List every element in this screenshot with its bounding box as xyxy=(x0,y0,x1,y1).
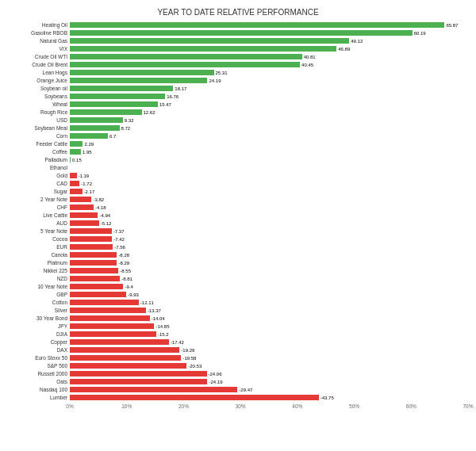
bar-fill: -19.29 xyxy=(70,347,179,353)
bar-area: 40.45 xyxy=(70,61,468,68)
bar-row: AUD-5.12 xyxy=(8,220,468,227)
bar-fill: -7.37 xyxy=(70,228,112,234)
bar-label: Lumber xyxy=(8,395,70,400)
bar-fill: -1.19 xyxy=(70,173,77,178)
bar-fill: 60.19 xyxy=(70,30,413,36)
bar-label: DAX xyxy=(8,347,70,353)
bar-row: CHF-4.18 xyxy=(8,204,468,211)
bar-label: DJIA xyxy=(8,331,70,337)
axis-ticks: 0%10%20%30%40%50%60%70% xyxy=(70,403,468,413)
bar-value: -13.37 xyxy=(148,308,161,313)
bar-value: 18.17 xyxy=(175,86,186,91)
bar-fill: -5.12 xyxy=(70,220,99,226)
bar-value: 6.7 xyxy=(109,134,116,139)
bar-value: 65.87 xyxy=(446,23,458,28)
bar-value: 49.12 xyxy=(351,39,363,44)
bar-label: 10 Year Note xyxy=(8,284,70,289)
bar-area: -1.72 xyxy=(70,180,468,187)
bar-value: -7.37 xyxy=(113,229,125,234)
bar-row: Orange Juice24.19 xyxy=(8,77,468,84)
bar-row: JPY-14.85 xyxy=(8,323,468,330)
bar-fill: 18.17 xyxy=(70,86,173,91)
bar-label: Nikkei 225 xyxy=(8,268,70,273)
bar-value: -14.85 xyxy=(155,324,169,329)
bar-label: Gold xyxy=(8,173,70,178)
bar-label: Russell 2000 xyxy=(8,371,70,376)
bar-area: -19.29 xyxy=(70,346,468,354)
bar-fill: 40.45 xyxy=(70,62,300,67)
bar-area: 24.19 xyxy=(70,77,468,84)
bar-value: -8.28 xyxy=(118,253,129,258)
bar-label: Ethanol xyxy=(8,165,70,170)
bar-value: -2.17 xyxy=(84,189,95,194)
bar-row: USD9.32 xyxy=(8,117,468,124)
bar-value: 40.81 xyxy=(304,55,316,59)
bar-fill: -14.85 xyxy=(70,323,154,329)
bar-area: 2.29 xyxy=(70,140,468,147)
bar-area: -7.56 xyxy=(70,243,468,250)
bar-area: -8.55 xyxy=(70,267,468,274)
bar-label: Platinum xyxy=(8,260,70,266)
bar-area: -8.29 xyxy=(70,259,468,266)
bar-fill: -13.37 xyxy=(70,308,146,313)
bar-fill: -8.29 xyxy=(70,260,117,266)
bar-area: -2.17 xyxy=(70,188,468,195)
bar-area: -8.28 xyxy=(70,251,468,258)
bar-label: Feeder Cattle xyxy=(8,141,70,147)
bar-label: 30 Year Bond xyxy=(8,315,70,321)
bar-value: -7.42 xyxy=(113,237,125,242)
bar-value: -17.42 xyxy=(171,340,184,345)
bar-row: Nasdaq 100-29.47 xyxy=(8,386,468,393)
bar-row: Natural Gas49.12 xyxy=(8,37,468,44)
bar-area: 12.62 xyxy=(70,109,468,116)
bar-fill: 15.47 xyxy=(70,101,158,107)
bar-area: 0.15 xyxy=(70,156,468,163)
bar-area: -20.53 xyxy=(70,362,468,369)
bar-row: Gold-1.19 xyxy=(8,172,468,179)
bar-row: GBP-9.93 xyxy=(8,291,468,298)
bar-row: Feeder Cattle2.29 xyxy=(8,140,468,147)
bar-label: Gasoline RBOB xyxy=(8,30,70,36)
bar-fill: 25.31 xyxy=(70,70,214,75)
bar-value: -4.18 xyxy=(95,205,106,210)
bar-fill: 24.19 xyxy=(70,78,207,83)
bar-area: 16.76 xyxy=(70,93,468,100)
bar-value: 16.76 xyxy=(167,94,178,99)
axis-tick: 40% xyxy=(292,403,302,409)
bar-row: Cocoa-7.42 xyxy=(8,235,468,243)
bar-row: Lean Hogs25.31 xyxy=(8,69,468,76)
bar-label: 2 Year Note xyxy=(8,197,70,202)
bar-label: Canola xyxy=(8,252,70,258)
bar-area: -8.81 xyxy=(70,275,468,282)
bar-fill: 6.7 xyxy=(70,133,108,139)
bar-row: S&P 500-20.53 xyxy=(8,362,468,369)
bar-fill: -19.58 xyxy=(70,355,181,361)
bar-area: -17.42 xyxy=(70,338,468,346)
bar-fill: -24.06 xyxy=(70,371,207,376)
bar-fill: -7.56 xyxy=(70,244,113,250)
bar-row: Euro Stoxx 50-19.58 xyxy=(8,354,468,361)
bar-fill: -14.04 xyxy=(70,315,150,321)
bar-label: Sugar xyxy=(8,189,70,194)
bar-area: -3.82 xyxy=(70,196,468,203)
bar-label: Euro Stoxx 50 xyxy=(8,355,70,361)
axis-tick: 60% xyxy=(406,403,416,409)
bar-row: 5 Year Note-7.37 xyxy=(8,227,468,235)
bar-row: VIX46.89 xyxy=(8,45,468,52)
bar-area: 65.87 xyxy=(70,21,468,29)
bar-row: Wheat15.47 xyxy=(8,101,468,108)
bar-row: Gasoline RBOB60.19 xyxy=(8,29,468,36)
bar-area: -12.11 xyxy=(70,299,468,306)
bar-label: CAD xyxy=(8,181,70,186)
bar-value: -19.58 xyxy=(182,356,196,361)
bar-fill: 12.62 xyxy=(70,109,142,115)
bar-value: -24.19 xyxy=(209,380,222,384)
bar-area: -9.93 xyxy=(70,291,468,298)
bar-label: Nasdaq 100 xyxy=(8,387,70,392)
bar-row: Soybean Meal8.72 xyxy=(8,124,468,132)
bar-value: 8.72 xyxy=(121,126,131,131)
axis-row: 0%10%20%30%40%50%60%70% xyxy=(8,403,468,413)
bar-fill: -1.72 xyxy=(70,181,79,186)
bar-label: Soybeans xyxy=(8,94,70,99)
bar-label: Copper xyxy=(8,339,70,345)
